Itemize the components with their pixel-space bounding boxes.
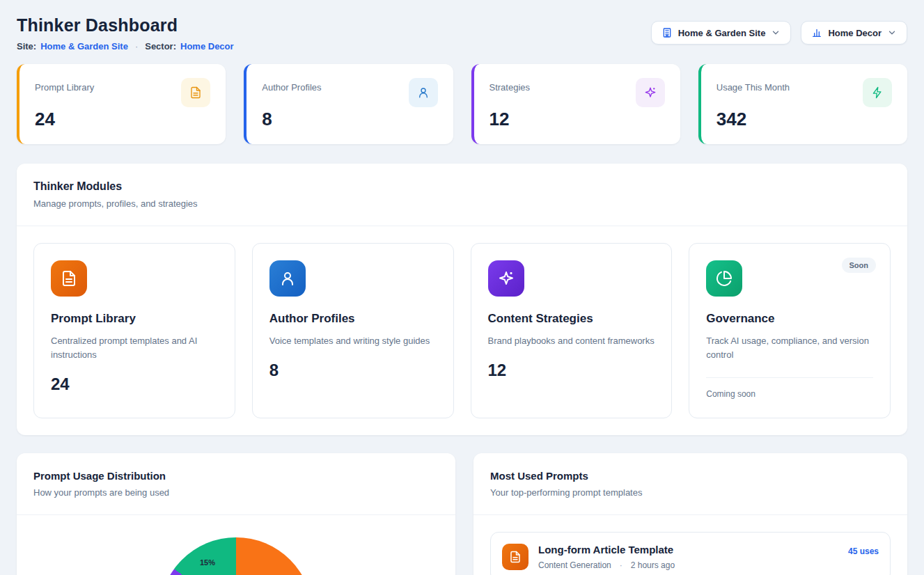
- prompt-category: Content Generation: [538, 560, 611, 570]
- stat-value: 342: [717, 109, 892, 130]
- site-label: Site:: [17, 41, 36, 52]
- modules-header: Thinker Modules Manage prompts, profiles…: [17, 164, 907, 226]
- document-icon: [51, 260, 87, 297]
- separator-dot: ·: [135, 41, 138, 52]
- list-item[interactable]: Long-form Article Template Content Gener…: [490, 532, 891, 575]
- prompts-panel-subtitle: Your top-performing prompt templates: [490, 487, 891, 498]
- module-description: Track AI usage, compliance, and version …: [706, 334, 873, 362]
- module-title: Content Strategies: [488, 312, 655, 326]
- stat-card-usage: Usage This Month 342: [698, 64, 907, 144]
- sector-dropdown-label: Home Decor: [828, 28, 882, 38]
- chevron-down-icon: [887, 28, 897, 38]
- prompts-panel-title: Most Used Prompts: [490, 470, 891, 482]
- site-link[interactable]: Home & Garden Site: [40, 41, 128, 52]
- user-icon: [409, 78, 438, 107]
- stat-card-prompt-library: Prompt Library 24: [17, 64, 226, 144]
- document-icon: [181, 78, 210, 107]
- site-dropdown-label: Home & Garden Site: [678, 28, 766, 38]
- module-description: Centralized prompt templates and AI inst…: [51, 334, 218, 362]
- donut-segment-label: 15%: [200, 558, 215, 567]
- sector-dropdown[interactable]: Home Decor: [801, 21, 907, 45]
- module-card-content-strategies[interactable]: Content Strategies Brand playbooks and c…: [471, 243, 673, 418]
- prompt-info: Long-form Article Template Content Gener…: [538, 544, 838, 570]
- usage-panel-subtitle: How your prompts are being used: [33, 487, 439, 498]
- module-count: 12: [488, 361, 655, 380]
- usage-distribution-panel: Prompt Usage Distribution How your promp…: [17, 453, 455, 575]
- module-card-governance[interactable]: Soon Governance Track AI usage, complian…: [689, 243, 891, 418]
- module-description: Voice templates and writing style guides: [269, 334, 437, 348]
- modules-body: Prompt Library Centralized prompt templa…: [17, 226, 907, 435]
- soon-badge: Soon: [842, 258, 877, 273]
- most-used-prompts-panel: Most Used Prompts Your top-performing pr…: [473, 453, 907, 575]
- modules-title: Thinker Modules: [33, 180, 891, 193]
- pie-chart-icon: [706, 260, 742, 297]
- module-count: 8: [269, 361, 437, 380]
- prompt-title: Long-form Article Template: [538, 544, 838, 556]
- page-header: Thinker Dashboard Site: Home & Garden Si…: [17, 15, 907, 52]
- stat-value: 8: [262, 109, 437, 130]
- bottom-row: Prompt Usage Distribution How your promp…: [17, 453, 907, 575]
- dashboard-page: Thinker Dashboard Site: Home & Garden Si…: [0, 0, 924, 575]
- separator-dot: ·: [620, 560, 622, 570]
- breadcrumb: Site: Home & Garden Site · Sector: Home …: [17, 41, 234, 52]
- coming-soon-note: Coming soon: [706, 389, 873, 399]
- document-icon: [502, 544, 528, 570]
- site-dropdown[interactable]: Home & Garden Site: [651, 21, 792, 45]
- usage-panel-title: Prompt Usage Distribution: [33, 470, 439, 482]
- module-title: Author Profiles: [269, 312, 437, 326]
- stat-label: Author Profiles: [262, 78, 321, 93]
- module-count: 24: [51, 375, 218, 394]
- sector-label: Sector:: [145, 41, 176, 52]
- chevron-down-icon: [771, 28, 781, 38]
- thinker-modules-panel: Thinker Modules Manage prompts, profiles…: [17, 164, 907, 435]
- stat-card-strategies: Strategies 12: [471, 64, 680, 144]
- uses-badge: 45 uses: [848, 544, 879, 556]
- modules-subtitle: Manage prompts, profiles, and strategies: [33, 198, 891, 209]
- stat-label: Strategies: [490, 78, 531, 93]
- module-title: Prompt Library: [51, 312, 218, 326]
- module-card-prompt-library[interactable]: Prompt Library Centralized prompt templa…: [33, 243, 235, 418]
- prompt-time: 2 hours ago: [631, 560, 675, 570]
- user-icon: [269, 260, 306, 297]
- stat-card-author-profiles: Author Profiles 8: [244, 64, 453, 144]
- sparkle-icon: [488, 260, 524, 297]
- stat-value: 12: [490, 109, 665, 130]
- usage-donut-ring: [159, 537, 313, 575]
- sector-link[interactable]: Home Decor: [180, 41, 234, 52]
- stat-label: Usage This Month: [717, 78, 790, 93]
- building-icon: [661, 27, 673, 38]
- stat-value: 24: [35, 109, 210, 130]
- module-card-author-profiles[interactable]: Author Profiles Voice templates and writ…: [252, 243, 454, 418]
- prompt-meta: Content Generation · 2 hours ago: [538, 560, 838, 570]
- prompt-list: Long-form Article Template Content Gener…: [473, 515, 907, 575]
- sparkle-icon: [636, 78, 665, 107]
- divider: [706, 377, 873, 378]
- module-description: Brand playbooks and content frameworks: [488, 334, 655, 348]
- bar-chart-icon: [811, 27, 822, 38]
- header-left: Thinker Dashboard Site: Home & Garden Si…: [17, 15, 234, 52]
- stat-label: Prompt Library: [35, 78, 94, 93]
- stats-row: Prompt Library 24 Author Profiles 8 Stra…: [17, 64, 907, 144]
- module-title: Governance: [706, 312, 873, 326]
- page-title: Thinker Dashboard: [17, 15, 234, 36]
- header-actions: Home & Garden Site Home Decor: [651, 21, 907, 45]
- bolt-icon: [863, 78, 892, 107]
- usage-donut-chart: 15%: [17, 515, 455, 575]
